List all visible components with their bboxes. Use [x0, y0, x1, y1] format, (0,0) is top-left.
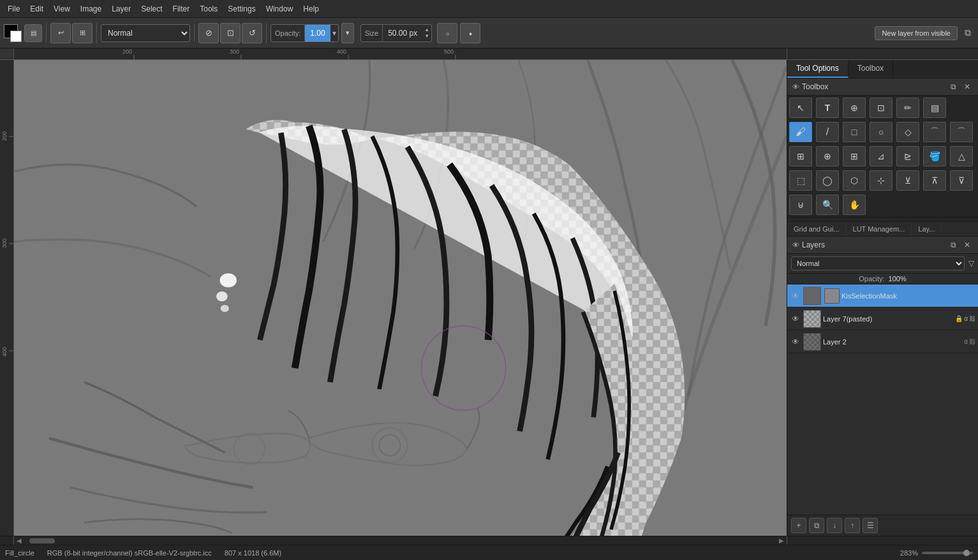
size-value[interactable]: 50.00 px [383, 29, 422, 38]
tool-shear[interactable]: ⊿ [870, 146, 893, 166]
tool-options-tab[interactable]: Tool Options [787, 60, 848, 78]
erase-btn[interactable]: ⊘ [198, 23, 219, 43]
tool-contiguous-sel[interactable]: ⊻ [896, 170, 919, 191]
tool-ellipse-sel[interactable]: ◯ [816, 170, 839, 191]
background-color[interactable] [10, 31, 22, 42]
size-arrows[interactable]: ▲ ▼ [422, 27, 431, 40]
opacity-lock-btn[interactable]: ▾ [341, 23, 354, 43]
layers-blend-select[interactable]: Normal [791, 256, 965, 270]
toolbox-tab[interactable]: Toolbox [848, 60, 893, 78]
toolbox-row4: ⬚ ◯ ⬡ ⊹ ⊻ ⊼ ⊽ [787, 168, 978, 193]
tool-multiselect[interactable]: ⊕ [843, 98, 866, 118]
toolbox-float-btn[interactable]: ⧉ [947, 81, 959, 92]
menu-file[interactable]: File [3, 3, 25, 15]
menu-settings[interactable]: Settings [223, 3, 260, 15]
lut-management-tab[interactable]: LUT Managem... [847, 222, 912, 236]
tool-paintbrush[interactable]: 🖌 [789, 122, 812, 142]
scroll-left-arrow[interactable]: ◀ [15, 537, 23, 544]
tool-gradient2[interactable]: △ [950, 146, 973, 166]
brush-orient-btn1[interactable]: ⬦ [437, 23, 457, 43]
layers-float-btn[interactable]: ⧉ [947, 239, 959, 251]
zoom-slider[interactable] [922, 552, 973, 554]
menu-layer[interactable]: Layer [107, 3, 136, 15]
layers-opacity-value[interactable]: 100% [889, 275, 907, 283]
layer-name-1: Layer 7(pasted) [823, 315, 953, 323]
new-layer-from-visible-btn[interactable]: New layer from visible [875, 26, 958, 40]
brush-orient-btn2[interactable]: ⬧ [460, 23, 480, 43]
toolbox-row3: ⊞ ⊕ ⊞ ⊿ ⊵ 🪣 △ [787, 144, 978, 168]
tool-freehand[interactable]: ✏ [896, 98, 919, 118]
window-restore-btn[interactable]: ⧉ [960, 26, 975, 41]
tool-zoom[interactable]: 🔍 [816, 195, 839, 215]
panel-divider[interactable]: · · · · · [787, 217, 978, 222]
zoom-area: 283% [900, 549, 973, 557]
status-tool: Fill_circle [5, 549, 34, 557]
copy-layer-btn[interactable]: ⧉ [809, 518, 824, 533]
move-layer-down-btn[interactable]: ↓ [827, 518, 842, 533]
add-layer-btn[interactable]: + [791, 518, 806, 533]
layer-menu-btn[interactable]: ☰ [863, 518, 878, 533]
menu-help[interactable]: Help [298, 3, 324, 15]
menu-image[interactable]: Image [75, 3, 107, 15]
tool-rect-sel[interactable]: ⬚ [789, 170, 812, 191]
tool-magnetic-sel[interactable]: ⊽ [950, 170, 973, 191]
tool-path[interactable]: ⌒ [923, 122, 946, 142]
tool-line[interactable]: / [816, 122, 839, 142]
fill-btn[interactable]: ⊡ [220, 23, 241, 43]
blend-mode-select[interactable]: Normal [101, 24, 190, 42]
layers-bottom-bar: + ⧉ ↓ ↑ ☰ [787, 515, 978, 536]
zoom-thumb[interactable] [963, 550, 970, 556]
tool-text[interactable]: T [816, 98, 839, 118]
tool-fill-bucket[interactable]: 🪣 [923, 146, 946, 166]
layers-eye-icon: 👁 [792, 241, 799, 249]
layer-options-icon-0[interactable]: ⚙ [967, 291, 975, 301]
layer-eye-0[interactable]: 👁 [790, 290, 801, 302]
tool-cage[interactable]: ⊞ [843, 146, 866, 166]
layer-item-1[interactable]: 👁 Layer 7(pasted) 🔒 α ⛓ [787, 307, 978, 330]
move-layer-up-btn[interactable]: ↑ [845, 518, 860, 533]
tool-transform[interactable]: ⊞ [789, 146, 812, 166]
menu-filter[interactable]: Filter [168, 3, 195, 15]
pattern-swatch[interactable]: ▤ [24, 24, 42, 42]
tool-crop[interactable]: ⊡ [870, 98, 893, 118]
menu-tools[interactable]: Tools [195, 3, 223, 15]
tool-colorpicker[interactable]: ⊎ [789, 195, 812, 215]
menu-window[interactable]: Window [261, 3, 299, 15]
opacity-arrow-down[interactable]: ▾ [330, 25, 338, 41]
tool-pan[interactable]: ✋ [843, 195, 866, 215]
reset-btn[interactable]: ↺ [242, 23, 262, 43]
layers-short-tab[interactable]: Lay... [912, 222, 942, 236]
tool-ellipse[interactable]: ○ [870, 122, 893, 142]
tool-bezier[interactable]: ⌒ [950, 122, 973, 142]
tool-arrow[interactable]: ↖ [789, 98, 812, 118]
layer-eye-1[interactable]: 👁 [790, 313, 801, 325]
color-swatch-area[interactable] [3, 23, 23, 43]
layer-eye-2[interactable]: 👁 [790, 336, 801, 348]
menu-edit[interactable]: Edit [25, 3, 48, 15]
layer-props-0: ⚙ [967, 291, 975, 301]
layers-close-btn[interactable]: ✕ [961, 239, 973, 251]
tool-preset-btn[interactable]: ↩ [50, 23, 71, 43]
tool-warp[interactable]: ⊕ [816, 146, 839, 166]
toolbox-close-btn[interactable]: ✕ [961, 81, 973, 92]
tool-polygon[interactable]: ◇ [896, 122, 919, 142]
tool-rect[interactable]: □ [843, 122, 866, 142]
tool-perspective[interactable]: ⊵ [896, 146, 919, 166]
scroll-right-arrow[interactable]: ▶ [778, 537, 785, 544]
menu-view[interactable]: View [48, 3, 75, 15]
menubar: File Edit View Image Layer Select Filter… [0, 0, 978, 18]
tool-similar-sel[interactable]: ⊼ [923, 170, 946, 191]
horizontal-scrollbar[interactable]: ◀ ▶ [14, 536, 787, 545]
menu-select[interactable]: Select [136, 3, 167, 15]
canvas-area[interactable] [14, 60, 787, 536]
opacity-label: Opacity: [271, 25, 305, 41]
tool-freehand-sel[interactable]: ⊹ [870, 170, 893, 191]
tool-options-btn[interactable]: ⊞ [72, 23, 93, 43]
layer-item-0[interactable]: 👁 KisSelectionMask ⚙ [787, 284, 978, 307]
tool-fill-rect[interactable]: ▤ [923, 98, 946, 118]
tool-poly-sel[interactable]: ⬡ [843, 170, 866, 191]
scrollbar-thumb-h[interactable] [29, 538, 55, 543]
grid-guides-tab[interactable]: Grid and Gui... [787, 222, 847, 236]
layer-item-2[interactable]: 👁 Layer 2 α ⛓ [787, 330, 978, 353]
opacity-value[interactable]: 1.00 [305, 25, 330, 41]
